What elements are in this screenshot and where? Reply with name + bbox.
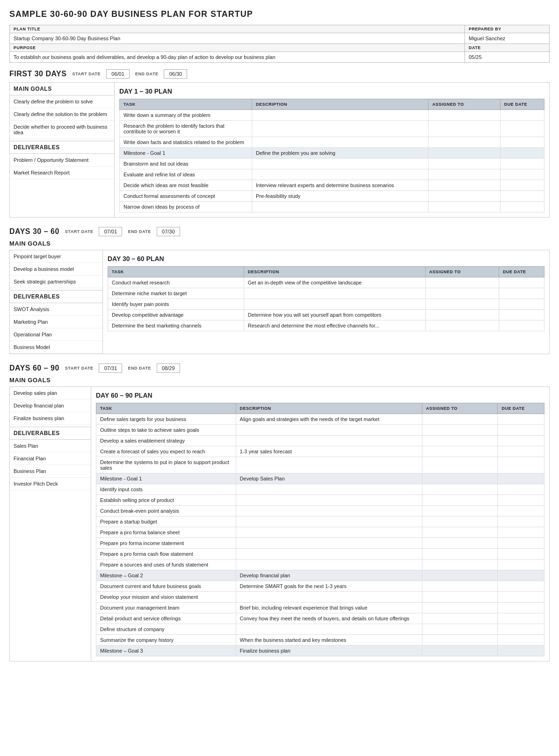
days3060-section: DAYS 30 – 60 START DATE 07/01 END DATE 0…: [9, 227, 550, 354]
table-row-assigned: [422, 646, 498, 656]
table-row-due: [499, 320, 544, 331]
table-row-assigned: [428, 121, 500, 137]
table-row-desc: Research and determine the most effectiv…: [244, 320, 425, 331]
table-row-desc: [236, 457, 422, 473]
first30-title: FIRST 30 DAYS: [9, 70, 66, 78]
table-row-desc: [236, 495, 422, 506]
table-row-due: [499, 310, 544, 320]
table-row-task: Prepare pro forma income statement: [96, 538, 236, 549]
table-row-due: [498, 635, 544, 646]
table-row-due: [498, 506, 544, 516]
table-row-desc: [236, 527, 422, 538]
days6090-deliverable-1: Financial Plan: [10, 452, 91, 465]
table-row-due: [500, 159, 544, 169]
table-row-due: [498, 560, 544, 570]
table-row-due: [500, 148, 544, 159]
table-row-desc: [236, 560, 422, 570]
table-row-assigned: [422, 414, 498, 425]
col-desc: DESCRIPTION: [244, 267, 425, 277]
col-desc: DESCRIPTION: [252, 99, 428, 110]
table-row-task: Write down a summary of the problem: [120, 110, 252, 121]
days3060-start-label: START DATE: [65, 229, 94, 234]
days3060-end-label: END DATE: [128, 229, 151, 234]
table-row-assigned: [422, 624, 498, 635]
table-row-due: [498, 446, 544, 457]
table-row-task: Outline steps to take to achieve sales g…: [96, 425, 236, 436]
table-row-desc: [236, 425, 422, 436]
table-row-task: Decide which ideas are most feasible: [120, 180, 252, 191]
table-row-due: [498, 592, 544, 603]
table-row-assigned: [422, 516, 498, 527]
table-row-assigned: [425, 288, 499, 299]
table-row-desc: [236, 538, 422, 549]
first30-left-panel: MAIN GOALS Clearly define the problem to…: [9, 82, 115, 218]
first30-start-label: START DATE: [72, 72, 101, 76]
table-row-due: [498, 414, 544, 425]
table-row-task: Summarize the company history: [96, 635, 236, 646]
table-row-assigned: [428, 137, 500, 148]
col-desc: DESCRIPTION: [236, 403, 422, 414]
table-row-task: Create a forecast of sales you expect to…: [96, 446, 236, 457]
days6090-end-label: END DATE: [128, 366, 151, 371]
date-label: DATE: [465, 44, 549, 52]
col-task: TASK: [120, 99, 252, 110]
goal-item-0: Clearly define the problem to solve: [10, 95, 114, 108]
table-row-task: Define structure of company: [96, 624, 236, 635]
table-row-due: [499, 277, 544, 288]
table-row-assigned: [422, 446, 498, 457]
days6090-plan-table: TASK DESCRIPTION ASSIGNED TO DUE DATE De…: [96, 403, 544, 656]
table-row-due: [498, 646, 544, 656]
table-row-due: [498, 436, 544, 446]
days6090-end-date: 08/29: [157, 363, 180, 373]
table-row-desc: Develop financial plan: [236, 570, 422, 581]
days3060-deliverable-1: Marketing Plan: [10, 316, 102, 328]
table-row-desc: [236, 506, 422, 516]
table-row-due: [500, 180, 544, 191]
table-row-desc: Determine SMART goals for the next 1-3 y…: [236, 581, 422, 592]
table-row-task: Identify input costs: [96, 484, 236, 495]
table-row-due: [498, 570, 544, 581]
first30-section: FIRST 30 DAYS START DATE 06/01 END DATE …: [9, 69, 550, 218]
date-value: 05/25: [465, 52, 549, 62]
days6090-deliverables-label: DELIVERABLES: [10, 427, 91, 440]
table-row-due: [498, 495, 544, 506]
table-row-desc: [236, 624, 422, 635]
days6090-goal-2: Finalize business plan: [10, 412, 91, 425]
plan-title-label: PLAN TITLE: [10, 25, 465, 33]
table-row-task: Define sales targets for your business: [96, 414, 236, 425]
table-row-desc: Convey how they meet the needs of buyers…: [236, 613, 422, 624]
table-row-assigned: [422, 473, 498, 484]
days3060-deliverable-3: Business Model: [10, 341, 102, 354]
table-row-desc: [236, 516, 422, 527]
days3060-right-panel: DAY 30 – 60 PLAN TASK DESCRIPTION ASSIGN…: [103, 250, 550, 354]
days6090-title: DAYS 60 – 90: [9, 364, 59, 372]
table-row-desc: Determine how you will set yourself apar…: [244, 310, 425, 320]
col-due: DUE DATE: [498, 403, 544, 414]
table-row-desc: [236, 484, 422, 495]
table-row-desc: Get an in-depth view of the competitive …: [244, 277, 425, 288]
table-row-assigned: [422, 603, 498, 613]
table-row-due: [499, 299, 544, 310]
table-row-desc: [252, 121, 428, 137]
table-row-due: [498, 425, 544, 436]
days3060-goal-0: Pinpoint target buyer: [10, 250, 102, 263]
table-row-assigned: [422, 484, 498, 495]
first30-start-date: 06/01: [106, 69, 130, 79]
first30-deliverables-label: DELIVERABLES: [10, 141, 114, 154]
table-row-assigned: [428, 148, 500, 159]
table-row-task: Establish selling price of product: [96, 495, 236, 506]
table-row-task: Document your management team: [96, 603, 236, 613]
table-row-assigned: [422, 635, 498, 646]
table-row-task: Brainstorm and list out ideas: [120, 159, 252, 169]
table-row-desc: 1-3 year sales forecast: [236, 446, 422, 457]
days3060-main-goals-label: MAIN GOALS: [9, 240, 550, 247]
table-row-due: [500, 110, 544, 121]
table-row-desc: [236, 436, 422, 446]
table-row-desc: [252, 159, 428, 169]
days3060-end-date: 07/30: [157, 227, 180, 236]
table-row-due: [498, 603, 544, 613]
table-row-desc: [252, 110, 428, 121]
table-row-due: [499, 288, 544, 299]
table-row-desc: Brief bio, including relevant experience…: [236, 603, 422, 613]
table-row-task: Milestone - Goal 1: [96, 473, 236, 484]
